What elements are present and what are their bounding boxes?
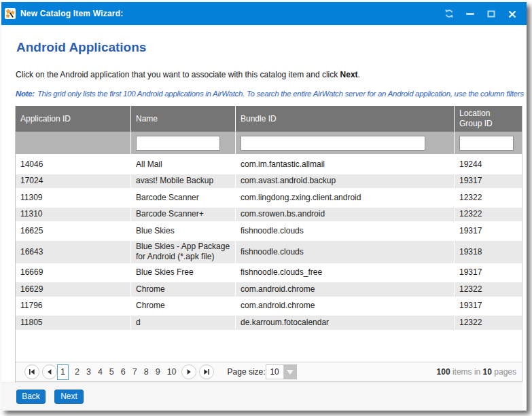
table-row[interactable]: 17024avast! Mobile Backupcom.avast.andro… [16,173,522,190]
table-cell[interactable]: com.avast.android.backup [235,173,454,190]
table-cell[interactable]: 12322 [454,281,522,298]
table-row[interactable]: 11796Chromecom.android.chrome19317 [16,298,522,315]
table-cell[interactable]: fishnoodle.clouds_free [235,265,454,282]
pager-page[interactable]: 10 [164,367,180,377]
refresh-button[interactable] [444,8,454,19]
pager-first-button[interactable] [24,364,39,379]
column-header-name[interactable]: Name [130,106,235,132]
filter-cell-application-id [16,132,130,156]
table-cell[interactable]: d [130,314,235,331]
pager-page[interactable]: 3 [83,367,94,377]
grid-rows: 14046All Mailcom.im.fantastic.allmail192… [16,156,522,331]
table-cell[interactable]: 12322 [454,314,522,331]
table-cell[interactable]: 11310 [16,206,130,223]
table-cell[interactable]: com.lingdong.zxing.client.android [235,189,454,206]
pager-page[interactable]: 7 [129,367,141,377]
table-cell[interactable]: Barcode Scanner+ [130,206,235,223]
bundle-id-filter-input[interactable] [241,136,425,151]
page-size-label: Page size: [228,367,266,377]
pager-prev-button[interactable] [42,364,57,379]
column-header-bundle-id[interactable]: Bundle ID [235,106,454,132]
pager-pages: 12345678910 [60,364,180,380]
dropdown-icon [287,370,294,375]
table-cell[interactable]: 19317 [454,265,522,282]
table-cell[interactable]: com.srowen.bs.android [235,206,454,223]
pager-page[interactable]: 2 [71,367,83,377]
table-cell[interactable]: 12322 [454,206,522,223]
table-row[interactable]: 16625Blue Skiesfishnoodle.clouds19317 [16,223,522,240]
note-label: Note: [16,90,35,98]
table-cell[interactable]: 19317 [454,298,522,315]
pager-page-current[interactable]: 1 [57,364,69,380]
table-cell[interactable]: 19318 [454,240,522,265]
table-cell[interactable]: Chrome [130,281,235,298]
next-button[interactable]: Next [54,390,84,404]
wizard-icon [5,8,16,19]
column-header-location-group-id[interactable]: Location Group ID [454,106,522,132]
titlebar: New Catalog Item Wizard: [1,2,527,25]
table-row[interactable]: 16629Chromecom.android.chrome12322 [16,281,522,298]
table-row[interactable]: 11309Barcode Scannercom.lingdong.zxing.c… [16,189,522,206]
pager-last-button[interactable] [199,364,214,379]
table-row[interactable]: 14046All Mailcom.im.fantastic.allmail192… [16,156,522,173]
table-cell[interactable]: 16625 [16,223,130,240]
table-cell[interactable]: 19317 [454,173,522,190]
pager-page[interactable]: 8 [141,367,152,377]
page-size-dropdown-button[interactable] [284,364,297,379]
table-cell[interactable]: Barcode Scanner [130,189,235,206]
table-cell[interactable]: com.android.chrome [235,281,454,298]
pager-page[interactable]: 4 [94,367,106,377]
name-filter-input[interactable] [136,136,220,151]
table-cell[interactable]: 11309 [16,189,130,206]
window-title: New Catalog Item Wizard: [20,9,444,18]
wizard-content: Android Applications Click on the Androi… [1,25,527,382]
location-group-id-filter-input[interactable] [459,136,514,151]
table-row[interactable]: 11805dde.karroum.fotocalendar12322 [16,314,522,331]
table-cell[interactable]: 17024 [16,173,130,190]
table-row[interactable]: 16669Blue Skies Freefishnoodle.clouds_fr… [16,265,522,282]
table-row[interactable]: 11310Barcode Scanner+com.srowen.bs.andro… [16,206,522,223]
pager-summary: 100 items in 10 pages [437,367,516,377]
table-cell[interactable]: 19244 [454,156,522,173]
table-cell[interactable]: com.android.chrome [235,298,454,315]
table-cell[interactable]: 16669 [16,265,130,282]
column-header-application-id[interactable]: Application ID [16,106,130,132]
page-size-value[interactable]: 10 [266,364,284,379]
table-cell[interactable]: 12322 [454,189,522,206]
table-cell[interactable]: de.karroum.fotocalendar [235,314,454,331]
page-title: Android Applications [16,40,527,55]
wizard-window: New Catalog Item Wizard: [1,2,527,411]
table-cell[interactable]: Blue Skies Free [130,265,235,282]
maximize-button[interactable] [486,8,496,19]
pager-page[interactable]: 9 [152,367,164,377]
applications-grid: Application ID Name Bundle ID Location G… [15,106,522,382]
table-cell[interactable]: Blue Skies - App Package for Android (*.… [130,240,235,265]
table-cell[interactable]: Blue Skies [130,223,235,240]
pager-page[interactable]: 6 [118,367,129,377]
pager-bar: 12345678910 Page size: 10 100 items in 1… [16,362,522,381]
instruction-text: Click on the Android application that yo… [16,70,527,79]
wizard-footer: Back Next [1,382,522,410]
pager-page[interactable]: 5 [106,367,118,377]
table-cell[interactable]: 16629 [16,281,130,298]
table-row[interactable]: 16643Blue Skies - App Package for Androi… [16,240,522,265]
table-cell[interactable]: 11805 [16,314,130,331]
table-cell[interactable]: fishnoodle.clouds [235,240,454,265]
table-cell[interactable]: 19317 [454,223,522,240]
titlebar-controls [444,8,517,19]
filter-row [16,132,522,156]
table-cell[interactable]: fishnoodle.clouds [235,223,454,240]
back-button[interactable]: Back [16,390,46,404]
table-cell[interactable]: 11796 [16,298,130,315]
minimize-button[interactable] [465,8,475,19]
table-cell[interactable]: Chrome [130,298,235,315]
applications-table: Application ID Name Bundle ID Location G… [16,106,522,331]
table-cell[interactable]: All Mail [130,156,235,173]
header-row: Application ID Name Bundle ID Location G… [16,106,522,132]
pager-next-button[interactable] [181,364,196,379]
table-cell[interactable]: com.im.fantastic.allmail [235,156,454,173]
table-cell[interactable]: 14046 [16,156,130,173]
table-cell[interactable]: avast! Mobile Backup [130,173,235,190]
table-cell[interactable]: 16643 [16,240,130,265]
close-button[interactable] [508,8,517,19]
